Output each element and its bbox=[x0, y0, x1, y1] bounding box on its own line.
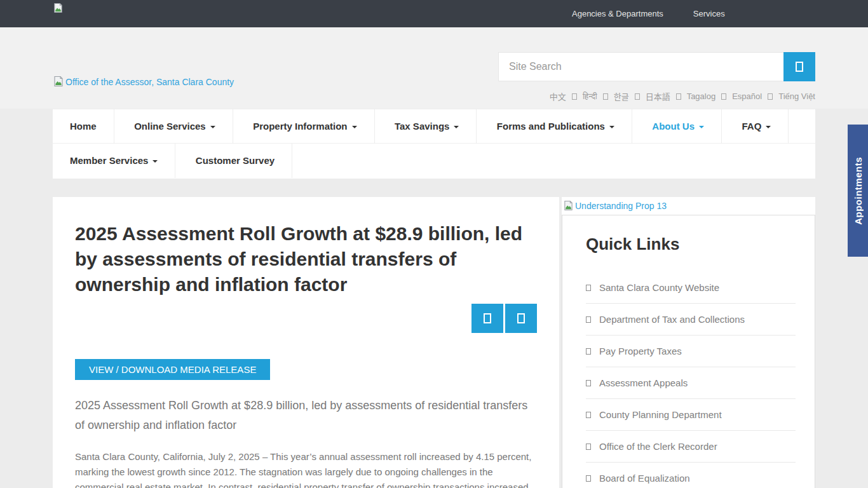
quick-link-department-of-tax-and-collections[interactable]: Department of Tax and Collections bbox=[586, 304, 796, 336]
sidebar: Understanding Prop 13 Quick Links Santa … bbox=[562, 197, 815, 488]
quick-link-assessment-appeals[interactable]: Assessment Appeals bbox=[586, 367, 796, 399]
article-paragraph: Santa Clara County, California, July 2, … bbox=[75, 449, 537, 488]
nav-row-2: Member Services Customer Survey bbox=[53, 144, 815, 178]
lang-hindi[interactable]: हिन्दी bbox=[583, 92, 597, 102]
article-subtitle: 2025 Assessment Roll Growth at $28.9 bil… bbox=[75, 396, 537, 435]
lang-korean[interactable]: 한글 bbox=[614, 90, 629, 102]
caret-down-icon bbox=[153, 160, 158, 163]
quick-links-title: Quick Links bbox=[586, 234, 796, 254]
lang-japanese[interactable]: 日本語 bbox=[646, 90, 670, 102]
site-search bbox=[498, 52, 815, 81]
caret-down-icon bbox=[609, 126, 614, 128]
main-navigation: Home Online Services Property Informatio… bbox=[53, 109, 815, 179]
promo-link-label: Understanding Prop 13 bbox=[575, 201, 667, 211]
bullet-icon bbox=[586, 475, 591, 482]
search-input[interactable] bbox=[498, 52, 783, 81]
caret-down-icon bbox=[352, 126, 357, 128]
nav-item-tax-savings[interactable]: Tax Savings bbox=[377, 109, 477, 144]
nav-item-customer-survey[interactable]: Customer Survey bbox=[179, 144, 292, 178]
caret-down-icon bbox=[766, 126, 771, 128]
separator-icon bbox=[635, 93, 640, 100]
bullet-icon bbox=[586, 348, 591, 355]
nav-item-online-services[interactable]: Online Services bbox=[117, 109, 233, 144]
caret-down-icon bbox=[210, 126, 215, 128]
share-facebook-button[interactable] bbox=[471, 304, 503, 333]
share-twitter-button[interactable] bbox=[505, 304, 537, 333]
quick-link-office-of-the-clerk-recorder[interactable]: Office of the Clerk Recorder bbox=[586, 431, 796, 463]
quick-link-label: Assessment Appeals bbox=[599, 377, 688, 388]
quick-link-label: Department of Tax and Collections bbox=[599, 314, 745, 325]
topbar-link-agencies[interactable]: Agencies & Departments bbox=[572, 9, 663, 18]
page-title: 2025 Assessment Roll Growth at $28.9 bil… bbox=[75, 221, 537, 297]
search-button[interactable] bbox=[783, 52, 815, 81]
view-download-media-release-button[interactable]: VIEW / DOWNLOAD MEDIA RELEASE bbox=[75, 359, 270, 380]
nav-row-1: Home Online Services Property Informatio… bbox=[53, 109, 815, 144]
twitter-icon bbox=[517, 313, 525, 323]
broken-image-icon bbox=[53, 76, 64, 87]
separator-icon bbox=[676, 93, 681, 100]
quick-links-list: Santa Clara County Website Department of… bbox=[586, 272, 796, 488]
nav-label: FAQ bbox=[742, 121, 761, 132]
nav-item-about-us[interactable]: About Us bbox=[635, 109, 722, 144]
quick-link-label: Office of the Clerk Recorder bbox=[599, 441, 717, 452]
bullet-icon bbox=[586, 444, 591, 450]
topbar: Agencies & Departments Services bbox=[0, 0, 868, 27]
lang-tagalog[interactable]: Tagalog bbox=[687, 92, 716, 101]
bullet-icon bbox=[586, 316, 591, 323]
bullet-icon bbox=[586, 412, 591, 418]
separator-icon bbox=[572, 93, 577, 100]
separator-icon bbox=[721, 93, 726, 100]
understanding-prop13-link[interactable]: Understanding Prop 13 bbox=[562, 197, 815, 214]
topbar-links: Agencies & Departments Services bbox=[572, 0, 725, 27]
nav-label: Customer Survey bbox=[196, 155, 275, 166]
bullet-icon bbox=[586, 380, 591, 386]
caret-down-icon bbox=[699, 126, 704, 128]
language-links: 中文 हिन्दी 한글 日本語 Tagalog Español Tiếng V… bbox=[550, 90, 815, 102]
logo-alt-text: Office of the Assessor, Santa Clara Coun… bbox=[65, 76, 234, 88]
quick-link-santa-clara-county-website[interactable]: Santa Clara County Website bbox=[586, 272, 796, 304]
separator-icon bbox=[768, 93, 773, 100]
broken-image-icon bbox=[563, 200, 574, 211]
quick-links-panel: Quick Links Santa Clara County Website D… bbox=[562, 215, 815, 488]
nav-item-forms-and-publications[interactable]: Forms and Publications bbox=[480, 109, 632, 144]
quick-link-label: Pay Property Taxes bbox=[599, 346, 682, 356]
nav-label: Property Information bbox=[253, 121, 347, 132]
topbar-link-services[interactable]: Services bbox=[693, 9, 725, 18]
quick-link-label: Board of Equalization bbox=[599, 473, 690, 484]
nav-item-member-services[interactable]: Member Services bbox=[53, 144, 175, 178]
nav-label: Member Services bbox=[70, 155, 148, 166]
article-card: 2025 Assessment Roll Growth at $28.9 bil… bbox=[53, 197, 559, 488]
lang-spanish[interactable]: Español bbox=[732, 92, 762, 101]
nav-item-property-information[interactable]: Property Information bbox=[236, 109, 374, 144]
broken-image-icon bbox=[53, 3, 64, 13]
share-buttons bbox=[75, 304, 537, 333]
caret-down-icon bbox=[454, 126, 459, 128]
quick-link-pay-property-taxes[interactable]: Pay Property Taxes bbox=[586, 336, 796, 367]
lang-vietnamese[interactable]: Tiếng Việt bbox=[778, 92, 815, 101]
appointments-tab[interactable]: Appointments bbox=[848, 125, 868, 257]
lang-chinese[interactable]: 中文 bbox=[550, 90, 566, 102]
nav-item-faq[interactable]: FAQ bbox=[724, 109, 789, 144]
quick-link-board-of-equalization[interactable]: Board of Equalization bbox=[586, 463, 796, 488]
header: Office of the Assessor, Santa Clara Coun… bbox=[0, 27, 868, 109]
site-logo[interactable]: Office of the Assessor, Santa Clara Coun… bbox=[53, 76, 234, 88]
nav-label: Home bbox=[70, 121, 97, 132]
nav-label: Tax Savings bbox=[395, 121, 449, 132]
nav-label: Forms and Publications bbox=[497, 121, 605, 132]
nav-item-home[interactable]: Home bbox=[53, 109, 114, 144]
appointments-tab-label: Appointments bbox=[853, 157, 864, 225]
quick-link-county-planning-department[interactable]: County Planning Department bbox=[586, 399, 796, 431]
search-icon bbox=[796, 62, 803, 72]
quick-link-label: Santa Clara County Website bbox=[599, 282, 719, 293]
quick-link-label: County Planning Department bbox=[599, 409, 722, 420]
nav-label: Online Services bbox=[134, 121, 206, 132]
nav-label: About Us bbox=[652, 121, 695, 132]
bullet-icon bbox=[586, 285, 591, 291]
facebook-icon bbox=[484, 313, 491, 323]
separator-icon bbox=[603, 93, 608, 100]
